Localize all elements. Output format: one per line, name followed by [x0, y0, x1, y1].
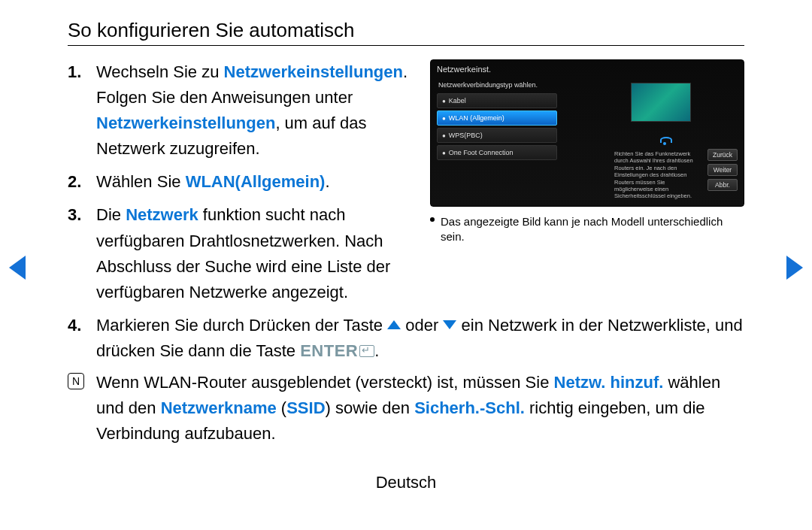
device-option-kabel: ●Kabel — [437, 93, 557, 108]
device-btn-back: Zurück — [707, 149, 738, 161]
device-option-wlan: ●WLAN (Allgemein) — [437, 111, 557, 126]
note-icon: N — [68, 373, 84, 389]
device-option-label: WPS(PBC) — [449, 132, 483, 139]
step-3: Die Netzwerk funktion sucht nach verfügb… — [68, 202, 415, 304]
step-4-mid: oder — [401, 316, 443, 335]
instruction-column: Wechseln Sie zu Netzwerkeinstellungen. F… — [68, 59, 415, 313]
device-description: Richten Sie das Funknetzwerk durch Auswa… — [614, 150, 697, 200]
step-3-highlight-1: Netzwerk — [126, 205, 198, 224]
step-2-text-a: Wählen Sie — [96, 172, 186, 191]
step-3-text-a: Die — [96, 205, 126, 224]
wifi-icon — [655, 129, 674, 149]
nav-prev-arrow[interactable] — [9, 256, 26, 280]
step-4-text-a: Markieren Sie durch Drücken der Taste — [96, 316, 387, 335]
device-option-wps: ●WPS(PBC) — [437, 128, 557, 143]
device-caption: Das angezeigte Bild kann je nach Modell … — [430, 214, 744, 245]
step-4: Markieren Sie durch Drücken der Taste od… — [68, 313, 744, 447]
step-1-highlight-1: Netzwerkeinstellungen — [224, 62, 403, 81]
note-hl3: SSID — [286, 398, 325, 417]
step-1-highlight-2: Netzwerkeinstellungen — [96, 114, 275, 132]
page-title: So konfigurieren Sie automatisch — [68, 19, 744, 46]
note-paren-l: ( — [277, 398, 286, 417]
device-option-label: WLAN (Allgemein) — [449, 114, 504, 122]
device-btn-next: Weiter — [707, 164, 738, 176]
device-option-label: One Foot Connection — [449, 149, 514, 156]
device-screenshot: Netzwerkeinst. Netzwerkverbindungstyp wä… — [430, 59, 744, 207]
step-1: Wechseln Sie zu Netzwerkeinstellungen. F… — [68, 59, 415, 162]
device-option-label: Kabel — [449, 97, 466, 104]
step-1-text-a: Wechseln Sie zu — [96, 62, 224, 81]
enter-icon — [359, 345, 374, 357]
arrow-down-icon — [443, 320, 456, 329]
enter-label: ENTER — [300, 341, 358, 360]
note-paren-r: ) sowie den — [326, 398, 415, 417]
device-column: Netzwerkeinst. Netzwerkverbindungstyp wä… — [430, 59, 744, 313]
device-btn-cancel: Abbr. — [707, 179, 738, 191]
step-4-text-c: . — [374, 341, 379, 360]
device-option-onefoot: ●One Foot Connection — [437, 145, 557, 160]
note-block: N Wenn WLAN-Router ausgeblendet (verstec… — [68, 370, 744, 447]
note-a: Wenn WLAN-Router ausgeblendet (versteckt… — [96, 373, 554, 392]
nav-next-arrow[interactable] — [786, 256, 803, 280]
device-preview-image — [631, 83, 691, 122]
caption-text: Das angezeigte Bild kann je nach Modell … — [441, 215, 723, 243]
device-title: Netzwerkeinst. — [437, 65, 738, 74]
note-hl4: Sicherh.-Schl. — [414, 398, 525, 417]
step-2: Wählen Sie WLAN(Allgemein). — [68, 169, 415, 195]
arrow-up-icon — [387, 320, 401, 329]
step-2-highlight-1: WLAN(Allgemein) — [186, 172, 326, 191]
note-hl2: Netzwerkname — [161, 398, 277, 417]
step-2-text-b: . — [325, 172, 329, 191]
bullet-icon — [430, 217, 435, 222]
device-subtitle: Netzwerkverbindungstyp wählen. — [438, 81, 738, 89]
note-hl1: Netzw. hinzuf. — [554, 373, 664, 392]
manual-page: So konfigurieren Sie automatisch Wechsel… — [0, 0, 812, 492]
language-label: Deutsch — [68, 473, 744, 492]
